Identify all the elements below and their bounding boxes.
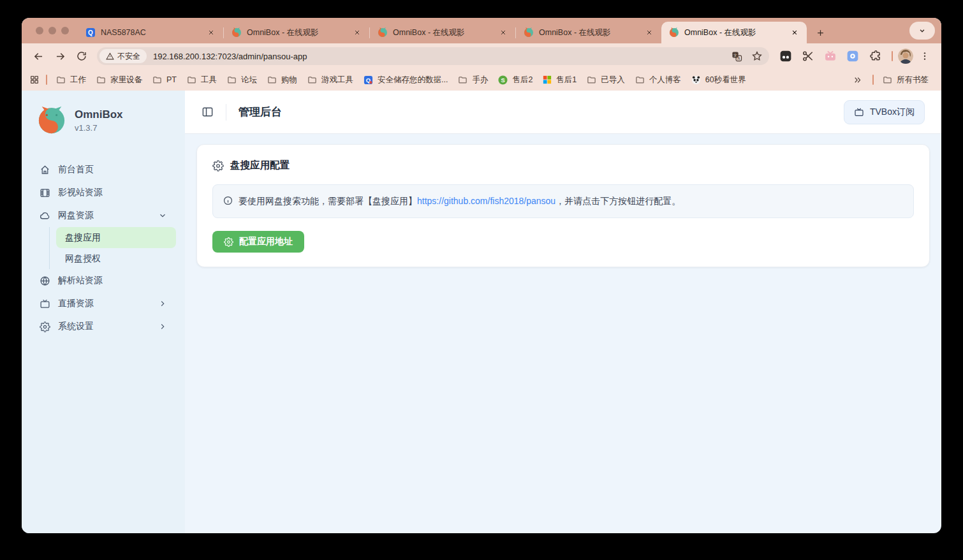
chevron-down-icon [158,211,167,220]
extension-icons [774,50,886,63]
bookmark-folder-forum[interactable]: 论坛 [222,72,262,88]
back-button[interactable] [28,46,48,66]
tab-close-icon[interactable] [643,27,655,38]
nas-favicon: Q [85,27,96,38]
profile-avatar[interactable] [898,48,913,64]
app-logo-block: OmniBox v1.3.7 [22,91,185,135]
browser-menu-icon[interactable] [915,46,935,66]
translate-icon[interactable]: 文A [731,51,742,62]
extension-tv-pink-icon[interactable] [824,50,837,63]
tab-close-icon[interactable] [205,27,217,38]
extension-blue-icon[interactable] [846,50,859,63]
gear-icon [40,321,50,332]
folder-icon [56,75,66,85]
browser-tab-omnibox-active[interactable]: OmniBox - 在线观影 [661,22,807,43]
bookmark-folder-work[interactable]: 工作 [51,72,91,88]
forward-button[interactable] [50,46,70,66]
browser-tab-omnibox-2[interactable]: OmniBox - 在线观影 [370,22,515,43]
browser-tab-nas[interactable]: Q NAS5878AC [78,22,223,43]
bookmark-folder-tools[interactable]: 工具 [182,72,222,88]
bookmark-label: 所有书签 [897,75,929,85]
sidebar-item-home[interactable]: 前台首页 [31,158,176,181]
bookmark-folder-imported[interactable]: 已导入 [582,72,630,88]
bookmark-folder-shopping[interactable]: 购物 [262,72,302,88]
browser-tab-omnibox-3[interactable]: OmniBox - 在线观影 [516,22,661,43]
security-badge[interactable]: 不安全 [99,49,147,63]
cloud-drive-submenu: 盘搜应用 网盘授权 [49,227,176,269]
extension-dark-icon[interactable] [779,50,792,63]
tab-search-button[interactable] [909,22,935,40]
folder-icon [587,75,596,85]
bookmark-label: 售后2 [512,75,533,85]
tab-strip: Q NAS5878AC OmniBox - 在线观影 [22,18,941,43]
bookmark-aftersales-2[interactable]: S 售后2 [493,72,538,88]
bookmark-label: 60秒看世界 [705,75,746,85]
folder-icon [635,75,645,85]
minimize-window-button[interactable] [48,27,56,34]
sidebar-item-label: 直播资源 [58,298,94,309]
alert-text-after: ，并请点击下方按钮进行配置。 [555,196,680,206]
svg-text:Q: Q [88,29,93,36]
tab-close-icon[interactable] [351,27,363,38]
tab-title: OmniBox - 在线观影 [393,27,492,38]
bookmark-label: 个人博客 [649,75,681,85]
close-window-button[interactable] [36,27,43,34]
sidebar-item-label: 影视站资源 [58,187,103,198]
bookmark-folder-game-tools[interactable]: 游戏工具 [302,72,358,88]
tab-close-icon[interactable] [497,27,509,38]
info-icon [223,196,233,205]
bookmark-secure-storage[interactable]: Q 安全储存您的数据... [358,72,453,88]
sidebar-toggle-icon[interactable] [202,106,214,118]
tab-close-icon[interactable] [789,27,800,38]
browser-tab-omnibox-1[interactable]: OmniBox - 在线观影 [224,22,369,43]
extension-scissors-icon[interactable] [802,50,814,63]
configure-app-url-button[interactable]: 配置应用地址 [212,231,304,253]
apps-grid-icon[interactable] [29,75,40,85]
bookmark-star-icon[interactable] [751,50,763,62]
sidebar-item-movie-sites[interactable]: 影视站资源 [31,181,176,204]
bookmarks-overflow-icon[interactable] [853,75,862,85]
all-bookmarks[interactable]: 所有书签 [878,72,934,88]
content-area: 盘搜应用配置 要使用网盘搜索功能，需要部署【盘搜应用】https://githu… [185,134,941,533]
sidebar-item-label: 网盘授权 [65,253,101,265]
new-tab-button[interactable] [812,24,828,41]
sidebar-item-cloud-drive[interactable]: 网盘资源 [31,204,176,227]
bookmark-label: 论坛 [241,75,257,85]
pansou-github-link[interactable]: https://github.com/fish2018/pansou [417,196,555,206]
app-sidebar: OmniBox v1.3.7 前台首页 影视站资源 网盘资源 [22,91,185,533]
address-bar[interactable]: 不安全 192.168.200.132:7023/admin/pansou-ap… [97,47,769,65]
chevron-right-icon [158,322,167,331]
bookmark-aftersales-1[interactable]: 售后1 [538,72,582,88]
folder-icon [227,75,237,85]
zoom-window-button[interactable] [61,27,69,34]
browser-window: Q NAS5878AC OmniBox - 在线观影 [22,18,941,533]
tab-title: OmniBox - 在线观影 [539,27,638,38]
bookmark-label: 已导入 [601,75,625,85]
url-text: 192.168.200.132:7023/admin/pansou-app [153,52,731,61]
sidebar-item-system-settings[interactable]: 系统设置 [31,315,176,338]
configure-button-label: 配置应用地址 [239,236,293,247]
sidebar-item-label: 解析站资源 [58,275,103,286]
home-icon [40,165,50,175]
warning-icon [106,52,114,61]
reload-button[interactable] [71,46,92,66]
tvbox-subscribe-button[interactable]: TVBox订阅 [844,100,925,124]
tab-title: NAS5878AC [101,28,200,37]
bookmark-folder-home-devices[interactable]: 家里设备 [91,72,147,88]
film-icon [40,188,50,198]
page-title: 管理后台 [239,105,282,119]
bookmark-60s-world[interactable]: 60秒看世界 [686,72,751,88]
tv-icon [40,298,50,309]
microsoft-icon [543,75,552,84]
bookmark-folder-pt[interactable]: PT [147,73,182,87]
omnibox-favicon [232,27,242,38]
app-name: OmniBox [75,108,123,121]
sidebar-subitem-pansou-app[interactable]: 盘搜应用 [56,227,176,248]
sidebar-subitem-drive-auth[interactable]: 网盘授权 [56,248,176,269]
sidebar-item-parser-sites[interactable]: 解析站资源 [31,269,176,292]
bookmark-folder-blog[interactable]: 个人博客 [630,72,686,88]
header-divider [226,104,226,121]
extensions-puzzle-icon[interactable] [869,50,881,63]
sidebar-item-live-sources[interactable]: 直播资源 [31,292,176,315]
bookmark-folder-figures[interactable]: 手办 [453,72,493,88]
